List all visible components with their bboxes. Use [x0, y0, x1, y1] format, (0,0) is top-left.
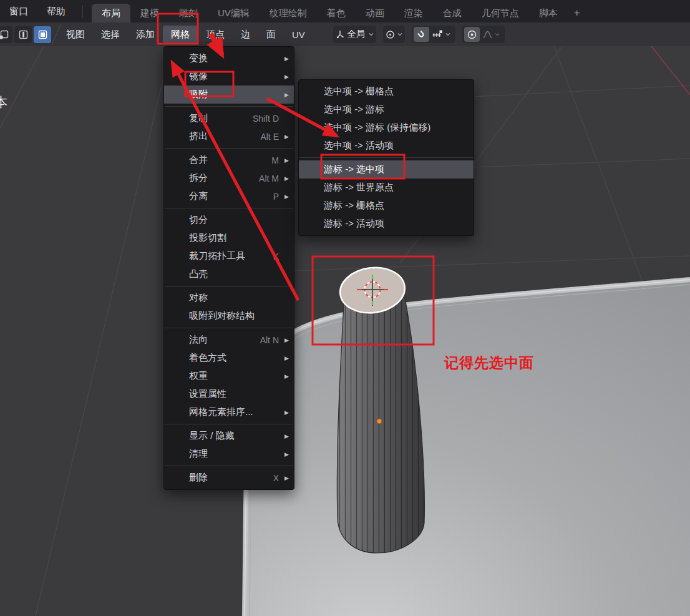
menu-separator [165, 466, 293, 466]
menu-item[interactable]: 选中项 -> 栅格点 [299, 82, 474, 100]
header-menu-item[interactable]: 边 [233, 26, 258, 43]
menu-item[interactable]: 游标 -> 世界原点 [299, 178, 474, 197]
menu-item-label: 游标 -> 栅格点 [324, 200, 384, 212]
header-menu-item[interactable]: 网格 [163, 26, 198, 43]
menu-item-label: 删除 [189, 472, 208, 484]
menu-item-label: 变换 [189, 52, 208, 64]
topbar: 窗口帮助 布局建模雕刻UV编辑纹理绘制着色动画渲染合成几何节点脚本+ [0, 0, 690, 22]
workspace-tab[interactable]: + [568, 4, 586, 22]
menu-item-shortcut: Alt E [260, 132, 282, 142]
vertex-select-button[interactable] [0, 26, 12, 43]
menu-item[interactable]: 显示 / 隐藏▶ [164, 427, 294, 445]
menu-item[interactable]: 挤出Alt E▶ [164, 127, 294, 145]
menu-item-label: 吸附 [189, 89, 208, 100]
falloff-curve-icon [482, 29, 493, 40]
menu-item[interactable]: 选中项 -> 活动项 [299, 137, 474, 155]
menu-item[interactable]: 吸附▶ [164, 86, 294, 104]
workspace-tab[interactable]: 布局 [92, 4, 130, 22]
pivot-point-icon [385, 29, 396, 40]
menu-item[interactable]: 选中项 -> 游标 [299, 100, 474, 119]
menu-item[interactable]: 吸附到对称结构 [164, 307, 294, 325]
workspace-tab[interactable]: 合成 [433, 4, 472, 22]
header-menu-item[interactable]: 视图 [58, 26, 93, 43]
submenu-arrow-icon: ▶ [282, 451, 289, 457]
menu-item-label: 吸附到对称结构 [189, 310, 255, 322]
menu-item[interactable]: 游标 -> 活动项 [299, 215, 474, 233]
menu-item-shortcut: Shift D [253, 114, 282, 124]
workspace-tab[interactable]: 建模 [130, 4, 169, 22]
menu-item-label: 凸壳 [189, 268, 208, 280]
menu-item[interactable]: 拆分Alt M▶ [164, 169, 294, 187]
submenu-arrow-icon: ▶ [282, 175, 289, 182]
header-menu-item[interactable]: 顶点 [198, 26, 233, 43]
menu-item[interactable]: 对称 [164, 289, 294, 307]
proportional-edit-group [462, 26, 505, 43]
snap-toggle-button[interactable] [414, 27, 429, 42]
workspace-tab[interactable]: 着色 [317, 4, 356, 22]
topbar-separator [82, 5, 83, 17]
menu-item-shortcut: P [273, 192, 282, 202]
workspace-tab[interactable]: 纹理绘制 [260, 4, 317, 22]
menu-item-label: 切分 [189, 214, 208, 226]
header-menu-item[interactable]: UV [284, 26, 313, 43]
face-select-button[interactable] [34, 26, 51, 43]
menu-item[interactable]: 网格元素排序...▶ [164, 403, 294, 421]
workspace-tab[interactable]: 几何节点 [472, 4, 529, 22]
workspace-tabs: 布局建模雕刻UV编辑纹理绘制着色动画渲染合成几何节点脚本+ [92, 0, 586, 22]
menu-item[interactable]: 合并M▶ [164, 151, 294, 169]
workspace-tab[interactable]: 动画 [356, 4, 394, 22]
menu-item[interactable]: 清理▶ [164, 445, 294, 463]
menu-item-label: 设置属性 [189, 388, 226, 400]
menu-item[interactable]: 复制Shift D [164, 109, 294, 127]
vertex-select-icon [0, 29, 9, 40]
workspace-tab[interactable]: UV编辑 [208, 4, 260, 22]
menu-separator [165, 424, 293, 424]
chevron-down-icon [494, 32, 500, 37]
menu-item[interactable]: 变换▶ [164, 49, 294, 67]
edge-select-button[interactable] [14, 26, 32, 43]
menu-separator [165, 148, 293, 149]
menu-item-shortcut: M [271, 155, 282, 165]
menu-item[interactable]: 游标 -> 选中项 [299, 160, 474, 178]
clipped-viewport-text: 本 [0, 94, 7, 111]
header-menu-item[interactable]: 添加 [128, 26, 163, 43]
topbar-menu-item[interactable]: 窗口 [0, 0, 37, 22]
header-menu-item[interactable]: 选择 [93, 26, 128, 43]
orientation-dropdown[interactable]: 全局 [333, 26, 376, 43]
menu-item[interactable]: 权重▶ [164, 367, 294, 385]
orientation-axes-icon [335, 29, 345, 39]
menu-item[interactable]: 设置属性 [164, 385, 294, 403]
falloff-dropdown[interactable] [480, 27, 503, 42]
submenu-arrow-icon: ▶ [282, 193, 289, 200]
header-menu-item[interactable]: 面 [258, 26, 284, 43]
menu-item[interactable]: 着色方式▶ [164, 349, 294, 367]
menu-item-shortcut: Alt N [260, 335, 282, 345]
menu-item[interactable]: 选中项 -> 游标 (保持偏移) [299, 119, 474, 137]
workspace-tab[interactable]: 雕刻 [169, 4, 208, 22]
submenu-arrow-icon: ▶ [282, 355, 289, 361]
viewport-header: 视图选择添加网格顶点边面UV 全局 [0, 22, 690, 46]
topbar-menu-item[interactable]: 帮助 [37, 0, 75, 22]
proportional-edit-toggle[interactable] [464, 27, 480, 42]
menu-item[interactable]: 分离P▶ [164, 187, 294, 205]
pivot-point-dropdown[interactable] [383, 26, 405, 43]
menu-item[interactable]: 切分 [164, 211, 294, 229]
menu-item-label: 游标 -> 活动项 [324, 218, 384, 230]
menu-item-label: 裁刀拓扑工具 [189, 250, 245, 262]
menu-item[interactable]: 投影切割 [164, 229, 294, 247]
menu-item[interactable]: 镜像▶ [164, 67, 294, 86]
submenu-arrow-icon: ▶ [282, 433, 289, 439]
menu-item-label: 显示 / 隐藏 [189, 430, 235, 442]
menu-item[interactable]: 游标 -> 栅格点 [299, 197, 474, 215]
menu-item[interactable]: 法向Alt N▶ [164, 331, 294, 349]
submenu-arrow-icon: ▶ [282, 157, 289, 164]
chevron-down-icon [397, 32, 403, 37]
menu-item[interactable]: 凸壳 [164, 265, 294, 283]
snap-target-dropdown[interactable] [429, 27, 454, 42]
workspace-tab[interactable]: 渲染 [394, 4, 433, 22]
menu-item[interactable]: 删除X▶ [164, 469, 294, 487]
menu-item-label: 对称 [189, 292, 208, 304]
workspace-tab[interactable]: 脚本 [529, 4, 568, 22]
edge-select-icon [18, 29, 29, 40]
menu-item[interactable]: 裁刀拓扑工具K [164, 247, 294, 265]
